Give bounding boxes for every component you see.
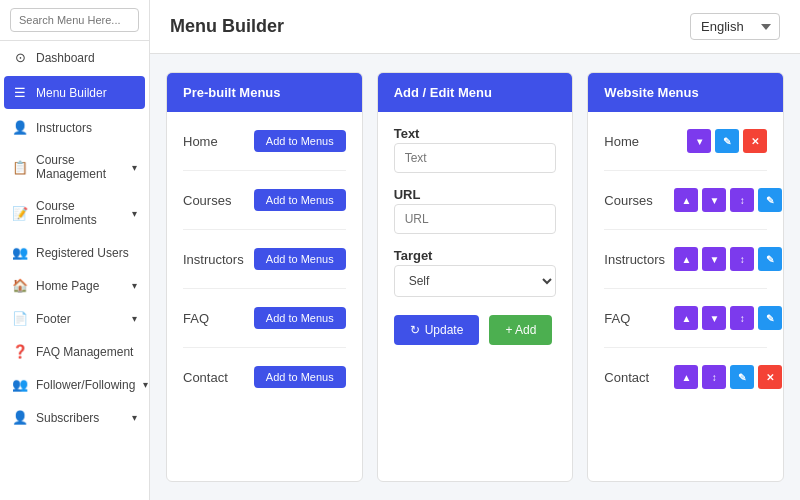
menu-action-buttons: ▲ ▼ ↕ ✎ ✕ bbox=[674, 188, 784, 212]
sidebar-item-label: FAQ Management bbox=[36, 345, 133, 359]
website-menu-label: Instructors bbox=[604, 252, 674, 267]
footer-icon: 📄 bbox=[12, 311, 28, 326]
arrow-icon: ▾ bbox=[132, 313, 137, 324]
website-menu-label: Contact bbox=[604, 370, 674, 385]
edit-button[interactable]: ✎ bbox=[715, 129, 739, 153]
prebuilt-menus-body: Home Add to Menus Courses Add to Menus I… bbox=[167, 112, 362, 481]
add-to-menus-button[interactable]: Add to Menus bbox=[254, 189, 346, 211]
move-down-button[interactable]: ▼ bbox=[702, 188, 726, 212]
menu-action-buttons: ▲ ▼ ↕ ✎ ✕ bbox=[674, 306, 784, 330]
content-area: Pre-built Menus Home Add to Menus Course… bbox=[150, 54, 800, 500]
sidebar-item-dashboard[interactable]: ⊙ Dashboard bbox=[0, 41, 149, 74]
add-edit-menu-card: Add / Edit Menu Text URL Target Self_bla… bbox=[377, 72, 574, 482]
move-up-button[interactable]: ▲ bbox=[674, 306, 698, 330]
move-up-button[interactable]: ▲ bbox=[674, 247, 698, 271]
sort-button[interactable]: ↕ bbox=[730, 188, 754, 212]
move-up-button[interactable]: ▲ bbox=[674, 188, 698, 212]
edit-button[interactable]: ✎ bbox=[758, 247, 782, 271]
edit-button[interactable]: ✎ bbox=[758, 306, 782, 330]
edit-button[interactable]: ✎ bbox=[730, 365, 754, 389]
add-to-menus-button[interactable]: Add to Menus bbox=[254, 130, 346, 152]
sidebar-item-subscribers[interactable]: 👤 Subscribers ▾ bbox=[0, 401, 149, 434]
sidebar-item-label: Registered Users bbox=[36, 246, 129, 260]
sidebar-item-course-enrolments[interactable]: 📝 Course Enrolments ▾ bbox=[0, 190, 149, 236]
course-management-icon: 📋 bbox=[12, 160, 28, 175]
target-select[interactable]: Self_blank_parent_top bbox=[394, 265, 557, 297]
sidebar-item-instructors[interactable]: 👤 Instructors bbox=[0, 111, 149, 144]
move-down-button[interactable]: ▼ bbox=[702, 247, 726, 271]
add-to-menus-button[interactable]: Add to Menus bbox=[254, 307, 346, 329]
website-menu-label: FAQ bbox=[604, 311, 674, 326]
refresh-icon: ↻ bbox=[410, 323, 420, 337]
add-to-menus-button[interactable]: Add to Menus bbox=[254, 248, 346, 270]
url-input[interactable] bbox=[394, 204, 557, 234]
registered-users-icon: 👥 bbox=[12, 245, 28, 260]
update-label: Update bbox=[425, 323, 464, 337]
list-item: Contact Add to Menus bbox=[183, 362, 346, 392]
menu-action-buttons: ▲ ▼ ↕ ✎ ✕ bbox=[674, 247, 784, 271]
list-item: FAQ Add to Menus bbox=[183, 303, 346, 333]
add-edit-menu-body: Text URL Target Self_blank_parent_top ↻ … bbox=[378, 112, 573, 481]
menu-item-label: Home bbox=[183, 134, 218, 149]
move-down-button[interactable]: ▾ bbox=[687, 129, 711, 153]
website-menus-body: Home ▾ ✎ ✕ Courses ▲ ▼ ↕ ✎ ✕ Instructors… bbox=[588, 112, 783, 481]
menu-builder-icon: ☰ bbox=[12, 85, 28, 100]
menu-item-label: Contact bbox=[183, 370, 228, 385]
delete-button[interactable]: ✕ bbox=[758, 365, 782, 389]
edit-button[interactable]: ✎ bbox=[758, 188, 782, 212]
instructors-icon: 👤 bbox=[12, 120, 28, 135]
url-label: URL bbox=[394, 187, 557, 202]
table-row: FAQ ▲ ▼ ↕ ✎ ✕ bbox=[604, 303, 767, 333]
text-input[interactable] bbox=[394, 143, 557, 173]
sidebar-item-menu-builder[interactable]: ☰ Menu Builder bbox=[4, 76, 145, 109]
arrow-icon: ▾ bbox=[132, 162, 137, 173]
sidebar-item-label: Subscribers bbox=[36, 411, 99, 425]
website-menu-label: Home bbox=[604, 134, 674, 149]
add-to-menus-button[interactable]: Add to Menus bbox=[254, 366, 346, 388]
home-page-icon: 🏠 bbox=[12, 278, 28, 293]
sidebar-item-label: Instructors bbox=[36, 121, 92, 135]
list-item: Home Add to Menus bbox=[183, 126, 346, 156]
menu-item-label: FAQ bbox=[183, 311, 209, 326]
menu-action-buttons: ▾ ✎ ✕ bbox=[687, 129, 767, 153]
website-menu-label: Courses bbox=[604, 193, 674, 208]
update-button[interactable]: ↻ Update bbox=[394, 315, 480, 345]
sidebar-item-label: Footer bbox=[36, 312, 71, 326]
sort-button[interactable]: ↕ bbox=[702, 365, 726, 389]
arrow-icon: ▾ bbox=[132, 208, 137, 219]
sidebar-item-label: Dashboard bbox=[36, 51, 95, 65]
delete-button[interactable]: ✕ bbox=[743, 129, 767, 153]
sidebar-item-faq-management[interactable]: ❓ FAQ Management bbox=[0, 335, 149, 368]
add-label: + Add bbox=[505, 323, 536, 337]
prebuilt-menus-card: Pre-built Menus Home Add to Menus Course… bbox=[166, 72, 363, 482]
sort-button[interactable]: ↕ bbox=[730, 306, 754, 330]
sidebar-item-label: Menu Builder bbox=[36, 86, 107, 100]
target-label: Target bbox=[394, 248, 557, 263]
language-select[interactable]: EnglishFrenchSpanishGerman bbox=[690, 13, 780, 40]
prebuilt-menus-header: Pre-built Menus bbox=[167, 73, 362, 112]
search-input[interactable] bbox=[10, 8, 139, 32]
form-actions: ↻ Update + Add bbox=[394, 315, 557, 345]
move-up-button[interactable]: ▲ bbox=[674, 365, 698, 389]
menu-item-label: Instructors bbox=[183, 252, 244, 267]
sidebar-item-course-management[interactable]: 📋 Course Management ▾ bbox=[0, 144, 149, 190]
list-item: Courses Add to Menus bbox=[183, 185, 346, 215]
list-item: Instructors Add to Menus bbox=[183, 244, 346, 274]
sidebar-item-footer[interactable]: 📄 Footer ▾ bbox=[0, 302, 149, 335]
text-label: Text bbox=[394, 126, 557, 141]
table-row: Instructors ▲ ▼ ↕ ✎ ✕ bbox=[604, 244, 767, 274]
add-button[interactable]: + Add bbox=[489, 315, 552, 345]
table-row: Courses ▲ ▼ ↕ ✎ ✕ bbox=[604, 185, 767, 215]
course-enrolments-icon: 📝 bbox=[12, 206, 28, 221]
move-down-button[interactable]: ▼ bbox=[702, 306, 726, 330]
sidebar-item-registered-users[interactable]: 👥 Registered Users bbox=[0, 236, 149, 269]
sort-button[interactable]: ↕ bbox=[730, 247, 754, 271]
sidebar-nav: ⊙ Dashboard ☰ Menu Builder 👤 Instructors… bbox=[0, 41, 149, 434]
sidebar-item-home-page[interactable]: 🏠 Home Page ▾ bbox=[0, 269, 149, 302]
faq-management-icon: ❓ bbox=[12, 344, 28, 359]
sidebar-item-follower-following[interactable]: 👥 Follower/Following ▾ bbox=[0, 368, 149, 401]
menu-action-buttons: ▲ ↕ ✎ ✕ bbox=[674, 365, 782, 389]
arrow-icon: ▾ bbox=[132, 412, 137, 423]
page-title: Menu Builder bbox=[170, 16, 284, 37]
sidebar: ⊙ Dashboard ☰ Menu Builder 👤 Instructors… bbox=[0, 0, 150, 500]
